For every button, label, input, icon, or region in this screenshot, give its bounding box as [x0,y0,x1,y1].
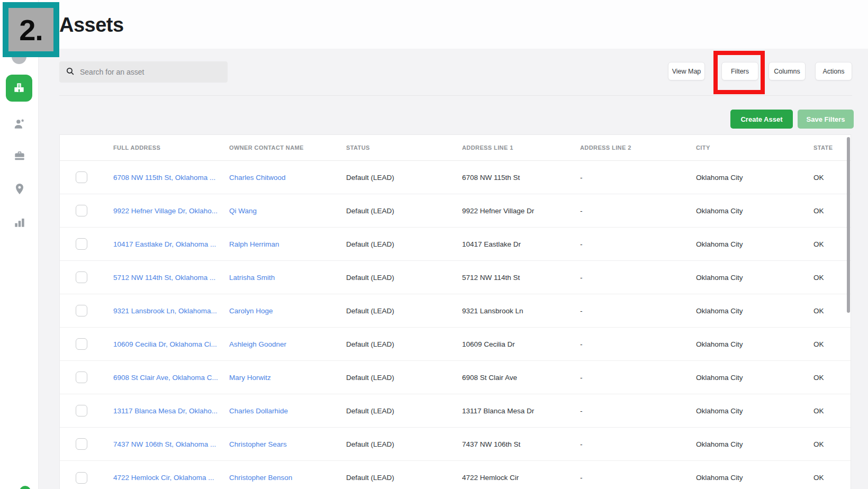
search-input[interactable] [80,68,221,76]
page-title: Assets [59,14,124,37]
address-line2-cell: - [580,174,696,182]
state-cell: OK [813,440,851,448]
page-header [39,0,868,49]
owner-contact-link[interactable]: Carolyn Hoge [229,307,346,315]
row-checkbox[interactable] [76,171,87,183]
table-row: 13117 Blanca Mesa Dr, Oklaho...Charles D… [60,394,851,428]
address-line2-cell: - [580,307,696,315]
full-address-link[interactable]: 6708 NW 115th St, Oklahoma ... [113,174,229,182]
city-cell: Oklahoma City [696,374,813,382]
owner-contact-link[interactable]: Christopher Sears [229,440,346,448]
state-cell: OK [813,207,851,215]
filters-button[interactable]: Filters [721,62,758,80]
sidebar-item-reports[interactable] [0,215,39,230]
address-line1-cell: 9922 Hefner Village Dr [462,207,580,215]
owner-contact-link[interactable]: Latrisha Smith [229,274,346,282]
full-address-link[interactable]: 5712 NW 114th St, Oklahoma ... [113,274,229,282]
state-cell: OK [813,374,851,382]
column-header: ADDRESS LINE 2 [580,144,696,151]
address-line2-cell: - [580,274,696,282]
table-scrollbar[interactable] [847,137,850,313]
save-filters-button[interactable]: Save Filters [798,110,854,129]
create-asset-button[interactable]: Create Asset [730,110,793,129]
state-cell: OK [813,474,851,482]
owner-contact-link[interactable]: Mary Horwitz [229,374,346,382]
state-cell: OK [813,274,851,282]
column-header: OWNER CONTACT NAME [229,144,346,151]
state-cell: OK [813,340,851,348]
table-row: 10609 Cecilia Dr, Oklahoma Ci...Ashleigh… [60,328,851,361]
columns-button[interactable]: Columns [768,62,806,80]
view-map-button[interactable]: View Map [668,62,705,80]
column-header: STATUS [346,144,462,151]
row-checkbox[interactable] [76,305,87,316]
owner-contact-link[interactable]: Ashleigh Goodner [229,340,346,348]
owner-contact-link[interactable]: Ralph Herriman [229,240,346,248]
full-address-link[interactable]: 10417 Eastlake Dr, Oklahoma ... [113,240,229,248]
contacts-people-icon [13,117,26,131]
table-row: 4722 Hemlock Cir, Oklahoma ...Christophe… [60,461,851,489]
full-address-link[interactable]: 6908 St Clair Ave, Oklahoma C... [113,374,229,382]
address-line2-cell: - [580,340,696,348]
status-cell: Default (LEAD) [346,440,462,448]
sidebar [0,0,39,489]
search-bar[interactable] [59,61,228,83]
full-address-link[interactable]: 7437 NW 106th St, Oklahoma ... [113,440,229,448]
sidebar-item-territories[interactable] [0,182,39,196]
row-checkbox[interactable] [76,238,87,250]
address-line1-cell: 10609 Cecilia Dr [462,340,580,348]
row-checkbox[interactable] [76,205,87,216]
address-line1-cell: 6708 NW 115th St [462,174,580,182]
city-cell: Oklahoma City [696,407,813,415]
actions-button[interactable]: Actions [815,62,852,80]
city-cell: Oklahoma City [696,307,813,315]
status-cell: Default (LEAD) [346,340,462,348]
row-checkbox[interactable] [76,271,87,283]
column-header: FULL ADDRESS [113,144,229,151]
sidebar-item-jobs[interactable] [0,149,39,164]
column-header: ADDRESS LINE 1 [462,144,580,151]
table-row: 6908 St Clair Ave, Oklahoma C...Mary Hor… [60,361,851,394]
address-line2-cell: - [580,440,696,448]
state-cell: OK [813,240,851,248]
owner-contact-link[interactable]: Qi Wang [229,207,346,215]
address-line1-cell: 10417 Eastlake Dr [462,240,580,248]
full-address-link[interactable]: 10609 Cecilia Dr, Oklahoma Ci... [113,340,229,348]
city-cell: Oklahoma City [696,240,813,248]
row-checkbox[interactable] [76,338,87,350]
city-cell: Oklahoma City [696,207,813,215]
table-row: 10417 Eastlake Dr, Oklahoma ...Ralph Her… [60,228,851,261]
table-row: 5712 NW 114th St, Oklahoma ...Latrisha S… [60,261,851,294]
address-line2-cell: - [580,240,696,248]
row-checkbox[interactable] [76,405,87,416]
table-row: 9922 Hefner Village Dr, Oklaho...Qi Wang… [60,194,851,228]
row-checkbox[interactable] [76,372,87,383]
step-number-badge: 2. [3,2,59,57]
status-cell: Default (LEAD) [346,307,462,315]
sidebar-item-contacts[interactable] [0,116,39,131]
row-checkbox[interactable] [76,438,87,450]
owner-contact-link[interactable]: Charles Dollarhide [229,407,346,415]
state-cell: OK [813,174,851,182]
full-address-link[interactable]: 4722 Hemlock Cir, Oklahoma ... [113,474,229,482]
assets-table: FULL ADDRESSOWNER CONTACT NAMESTATUSADDR… [59,134,851,489]
state-cell: OK [813,407,851,415]
owner-contact-link[interactable]: Charles Chitwood [229,174,346,182]
sidebar-item-assets[interactable] [6,75,32,102]
full-address-link[interactable]: 9321 Lansbrook Ln, Oklahoma... [113,307,229,315]
address-line2-cell: - [580,374,696,382]
table-header: FULL ADDRESSOWNER CONTACT NAMESTATUSADDR… [60,135,851,161]
address-line2-cell: - [580,407,696,415]
address-line1-cell: 4722 Hemlock Cir [462,474,580,482]
table-row: 7437 NW 106th St, Oklahoma ...Christophe… [60,428,851,461]
header-divider [59,95,852,96]
table-row: 9321 Lansbrook Ln, Oklahoma...Carolyn Ho… [60,294,851,328]
full-address-link[interactable]: 9922 Hefner Village Dr, Oklaho... [113,207,229,215]
full-address-link[interactable]: 13117 Blanca Mesa Dr, Oklaho... [113,407,229,415]
address-line2-cell: - [580,207,696,215]
address-line1-cell: 13117 Blanca Mesa Dr [462,407,580,415]
row-checkbox[interactable] [76,472,87,484]
status-cell: Default (LEAD) [346,240,462,248]
owner-contact-link[interactable]: Christopher Benson [229,474,346,482]
chat-bubble-icon[interactable] [20,486,31,489]
